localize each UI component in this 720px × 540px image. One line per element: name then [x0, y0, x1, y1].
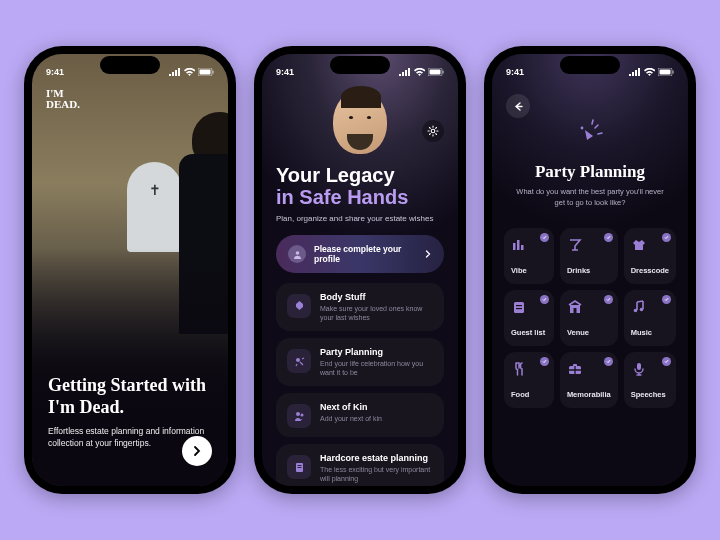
- card-subtitle: Add your next of kin: [320, 414, 433, 423]
- wifi-icon: [184, 68, 195, 76]
- phone-home: 9:41 Your Legacy in Safe Hands Plan, org…: [254, 46, 466, 494]
- party-hero-icon: [572, 118, 608, 154]
- vibe-icon: [511, 237, 527, 253]
- signal-icon: [169, 68, 181, 76]
- svg-rect-25: [573, 308, 576, 313]
- tile-guest-list[interactable]: Guest list: [504, 290, 554, 346]
- svg-rect-4: [430, 70, 441, 75]
- battery-icon: [658, 68, 674, 76]
- tile-label: Guest list: [511, 328, 547, 337]
- svg-rect-20: [521, 245, 524, 250]
- card-subtitle: The less exciting but very important wil…: [320, 465, 433, 483]
- status-time: 9:41: [46, 67, 64, 77]
- notch: [560, 56, 620, 74]
- user-portrait: [315, 82, 405, 160]
- page-title: Party Planning: [492, 162, 688, 182]
- kin-icon: [287, 404, 311, 428]
- svg-rect-21: [514, 302, 524, 313]
- check-icon: [540, 295, 549, 304]
- tile-label: Vibe: [511, 266, 547, 275]
- signal-icon: [629, 68, 641, 76]
- dresscode-icon: [631, 237, 647, 253]
- check-icon: [540, 233, 549, 242]
- settings-button[interactable]: [422, 120, 444, 142]
- check-icon: [662, 357, 671, 366]
- svg-point-9: [296, 412, 300, 416]
- page-subtitle: What do you want the best party you'll n…: [492, 187, 688, 208]
- svg-rect-30: [637, 363, 641, 370]
- back-button[interactable]: [506, 94, 530, 118]
- svg-point-6: [431, 129, 435, 133]
- speeches-icon: [631, 361, 647, 377]
- svg-rect-13: [297, 467, 301, 468]
- check-icon: [540, 357, 549, 366]
- svg-point-7: [295, 251, 299, 255]
- wifi-icon: [644, 68, 655, 76]
- card-title: Hardcore estate planning: [320, 453, 433, 463]
- page-title: Your Legacy in Safe Hands: [276, 164, 444, 208]
- tile-venue[interactable]: Venue: [560, 290, 618, 346]
- card-title: Body Stuff: [320, 292, 433, 302]
- phone-onboarding: ✝ 9:41 I'M DEAD. Getting Started with I'…: [24, 46, 236, 494]
- tile-dresscode[interactable]: Dresscode: [624, 228, 676, 284]
- tile-music[interactable]: Music: [624, 290, 676, 346]
- check-icon: [604, 233, 613, 242]
- card-next-of-kin[interactable]: Next of Kin Add your next of kin: [276, 393, 444, 437]
- next-button[interactable]: [182, 436, 212, 466]
- card-subtitle: Make sure your loved ones know your last…: [320, 304, 433, 322]
- screen-party-planning: 9:41 Party Planning What do you want the…: [492, 54, 688, 486]
- screen-home: 9:41 Your Legacy in Safe Hands Plan, org…: [262, 54, 458, 486]
- notch: [330, 56, 390, 74]
- card-title: Next of Kin: [320, 402, 433, 412]
- wifi-icon: [414, 68, 425, 76]
- document-icon: [287, 455, 311, 479]
- tile-label: Memorabilia: [567, 390, 611, 399]
- svg-point-26: [633, 309, 637, 313]
- svg-rect-15: [660, 70, 671, 75]
- user-icon: [288, 245, 306, 263]
- tile-speeches[interactable]: Speeches: [624, 352, 676, 408]
- svg-point-8: [296, 358, 300, 362]
- tile-memorabilia[interactable]: Memorabilia: [560, 352, 618, 408]
- drinks-icon: [567, 237, 583, 253]
- tile-label: Music: [631, 328, 669, 337]
- tile-label: Drinks: [567, 266, 611, 275]
- card-body-stuff[interactable]: Body Stuff Make sure your loved ones kno…: [276, 283, 444, 331]
- status-time: 9:41: [276, 67, 294, 77]
- svg-rect-5: [443, 71, 444, 74]
- body-icon: [287, 294, 311, 318]
- check-icon: [604, 357, 613, 366]
- food-icon: [511, 361, 527, 377]
- status-icons: [629, 68, 674, 76]
- tile-vibe[interactable]: Vibe: [504, 228, 554, 284]
- phone-party-planning: 9:41 Party Planning What do you want the…: [484, 46, 696, 494]
- card-party-planning[interactable]: Party Planning End your life celebration…: [276, 338, 444, 386]
- complete-profile-cta[interactable]: Please complete your profile: [276, 235, 444, 273]
- tile-food[interactable]: Food: [504, 352, 554, 408]
- svg-rect-22: [516, 305, 522, 306]
- card-estate-planning[interactable]: Hardcore estate planning The less exciti…: [276, 444, 444, 486]
- signal-icon: [399, 68, 411, 76]
- svg-rect-23: [516, 308, 522, 309]
- tile-label: Dresscode: [631, 266, 669, 275]
- music-icon: [631, 299, 647, 315]
- tiles-grid: Vibe Drinks Dresscode Guest list Venue: [504, 228, 676, 408]
- cta-label: Please complete your profile: [314, 244, 416, 264]
- check-icon: [662, 295, 671, 304]
- status-icons: [169, 68, 214, 76]
- check-icon: [662, 233, 671, 242]
- tile-drinks[interactable]: Drinks: [560, 228, 618, 284]
- guest-list-icon: [511, 299, 527, 315]
- page-title: Getting Started with I'm Dead.: [48, 375, 212, 418]
- check-icon: [604, 295, 613, 304]
- status-icons: [399, 68, 444, 76]
- svg-rect-2: [213, 71, 214, 74]
- venue-icon: [567, 299, 583, 315]
- memorabilia-icon: [567, 361, 583, 377]
- svg-rect-18: [513, 243, 516, 250]
- tile-label: Speeches: [631, 390, 669, 399]
- chevron-right-icon: [191, 445, 203, 457]
- gear-icon: [427, 125, 439, 137]
- status-time: 9:41: [506, 67, 524, 77]
- chevron-right-icon: [424, 250, 432, 258]
